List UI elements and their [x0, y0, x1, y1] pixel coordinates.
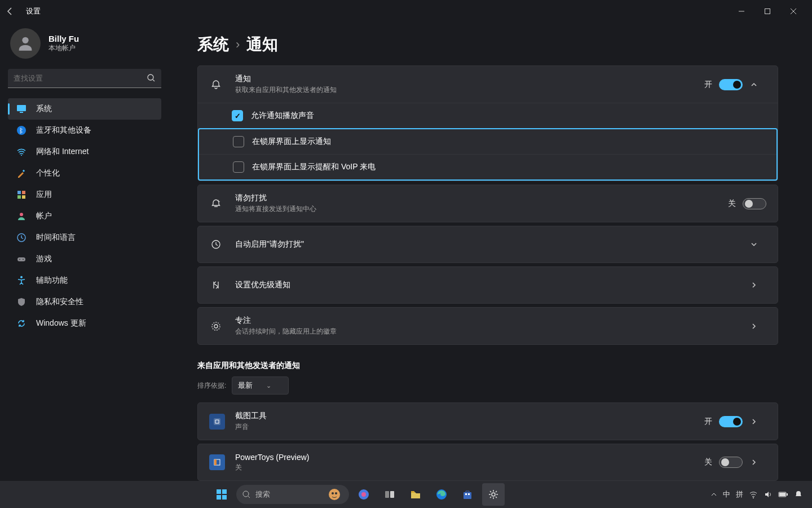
focus-card[interactable]: 专注 会话持续时间，隐藏应用上的徽章 [197, 307, 778, 345]
setting-title: 自动启用"请勿打扰" [235, 239, 751, 249]
search-box[interactable] [8, 69, 161, 88]
network-icon [15, 147, 28, 157]
svg-point-16 [23, 259, 24, 260]
setting-title: 请勿打扰 [235, 193, 728, 203]
chevron-up-icon[interactable] [751, 81, 766, 88]
sidebar-item-apps[interactable]: 应用 [8, 184, 161, 205]
svg-point-28 [243, 491, 249, 497]
nav-list: 系统 蓝牙和其他设备 网络和 Internet 个性化 应用 帐户 [8, 98, 161, 334]
svg-point-20 [214, 325, 218, 328]
svg-rect-21 [214, 418, 220, 425]
notifications-row[interactable]: 通知 获取来自应用和其他发送者的通知 开 [198, 66, 778, 103]
dnd-icon [209, 198, 223, 209]
copilot-button[interactable] [352, 483, 375, 506]
breadcrumb-parent[interactable]: 系统 [197, 34, 229, 55]
checkbox-icon[interactable] [233, 136, 244, 147]
app-name: 截图工具 [235, 411, 704, 421]
ime-mode[interactable]: 拼 [736, 489, 743, 500]
user-name: Billy Fu [48, 34, 79, 43]
user-profile[interactable]: Billy Fu 本地帐户 [8, 28, 161, 59]
setting-title: 设置优先级通知 [235, 280, 751, 290]
priority-card[interactable]: 设置优先级通知 [197, 266, 778, 304]
svg-rect-35 [390, 491, 394, 498]
maximize-button[interactable] [754, 0, 780, 23]
sidebar-item-accounts[interactable]: 帐户 [8, 205, 161, 227]
sidebar-item-label: 辅助功能 [36, 275, 68, 286]
dnd-card[interactable]: 请勿打扰 通知将直接发送到通知中心 关 [197, 185, 778, 222]
sort-select[interactable]: 最新 ⌄ [232, 376, 289, 395]
tray-chevron-icon[interactable] [710, 491, 717, 498]
sort-value: 最新 [238, 380, 253, 391]
sidebar-item-time[interactable]: 时间和语言 [8, 227, 161, 248]
sidebar-item-network[interactable]: 网络和 Internet [8, 141, 161, 163]
svg-point-30 [332, 492, 334, 494]
sidebar-item-label: 游戏 [36, 254, 52, 264]
volume-icon[interactable] [764, 490, 773, 499]
checkbox-icon[interactable] [232, 110, 243, 121]
settings-button[interactable] [482, 483, 505, 506]
clock-icon [209, 239, 223, 250]
app-sender-powertoys[interactable]: PowerToys (Preview) 关 关 [197, 444, 778, 481]
close-button[interactable] [780, 0, 806, 23]
taskbar-search[interactable]: 搜索 [236, 485, 349, 504]
sidebar-item-label: 蓝牙和其他设备 [36, 125, 91, 135]
notifications-toggle[interactable] [719, 79, 743, 90]
app-icon [209, 414, 225, 430]
search-icon [242, 490, 251, 499]
app-sender-snipping[interactable]: 截图工具 声音 开 [197, 402, 778, 440]
sidebar-item-personalization[interactable]: 个性化 [8, 163, 161, 184]
chevron-right-icon [751, 459, 766, 466]
sidebar-item-system[interactable]: 系统 [8, 98, 161, 120]
update-icon [15, 318, 28, 329]
app-toggle[interactable] [719, 457, 743, 468]
sidebar-item-gaming[interactable]: 游戏 [8, 248, 161, 270]
checkbox-icon[interactable] [233, 161, 244, 173]
chevron-down-icon [751, 241, 766, 248]
toggle-label: 开 [704, 80, 712, 90]
main-content: 系统 › 通知 通知 获取来自应用和其他发送者的通知 开 [169, 23, 812, 481]
dnd-toggle[interactable] [743, 198, 766, 209]
reminders-voip-option[interactable]: 在锁屏界面上显示提醒和 VoIP 来电 [199, 154, 776, 179]
back-button[interactable] [6, 7, 21, 16]
highlighted-options: 在锁屏界面上显示通知 在锁屏界面上显示提醒和 VoIP 来电 [198, 128, 778, 181]
sidebar-item-accessibility[interactable]: 辅助功能 [8, 270, 161, 291]
setting-title: 通知 [235, 74, 704, 84]
lockscreen-option[interactable]: 在锁屏界面上显示通知 [199, 129, 776, 154]
start-button[interactable] [210, 483, 233, 506]
wifi-icon[interactable] [749, 490, 758, 499]
auto-dnd-card[interactable]: 自动启用"请勿打扰" [197, 226, 778, 263]
titlebar: 设置 [0, 0, 812, 23]
sidebar-item-privacy[interactable]: 隐私和安全性 [8, 291, 161, 313]
checkbox-label: 在锁屏界面上显示通知 [252, 137, 331, 147]
svg-rect-44 [787, 493, 788, 496]
svg-point-1 [22, 37, 28, 43]
sidebar-item-update[interactable]: Windows 更新 [8, 313, 161, 334]
edge-button[interactable] [430, 483, 453, 506]
search-input[interactable] [8, 69, 161, 88]
minimize-button[interactable] [729, 0, 754, 23]
play-sound-option[interactable]: 允许通知播放声音 [198, 103, 778, 128]
avatar [10, 28, 41, 59]
battery-icon[interactable] [778, 491, 788, 498]
accounts-icon [15, 211, 28, 221]
svg-point-33 [361, 492, 366, 497]
chevron-down-icon: ⌄ [266, 382, 271, 389]
notification-icon[interactable] [794, 490, 803, 499]
explorer-button[interactable] [404, 483, 427, 506]
setting-subtitle: 通知将直接发送到通知中心 [235, 204, 728, 214]
app-name: PowerToys (Preview) [235, 453, 704, 462]
task-view-button[interactable] [378, 483, 401, 506]
apps-icon [15, 190, 28, 200]
store-button[interactable] [456, 483, 479, 506]
app-toggle[interactable] [719, 416, 743, 427]
chevron-right-icon: › [236, 37, 240, 52]
ime-indicator[interactable]: 中 [723, 489, 730, 500]
sidebar-item-bluetooth[interactable]: 蓝牙和其他设备 [8, 120, 161, 141]
system-icon [15, 104, 28, 114]
privacy-icon [15, 297, 28, 307]
toggle-label: 关 [728, 199, 736, 209]
svg-rect-38 [464, 492, 471, 499]
sidebar-item-label: 时间和语言 [36, 233, 76, 243]
taskbar-search-placeholder: 搜索 [255, 489, 270, 500]
sidebar-item-label: 系统 [36, 104, 52, 114]
